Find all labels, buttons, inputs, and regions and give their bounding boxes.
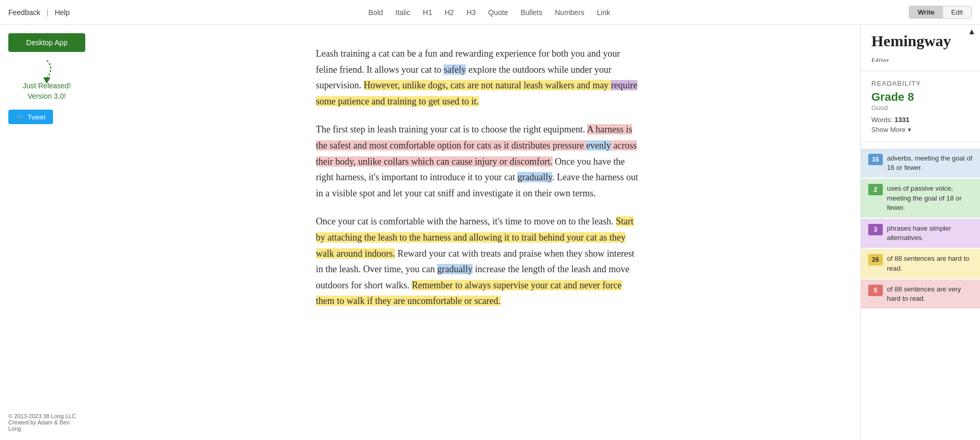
- write-button[interactable]: Write: [909, 6, 943, 18]
- tweet-label: Tweet: [28, 113, 46, 121]
- words-label: Words:: [871, 116, 893, 124]
- just-released-label: Just Released!Version 3.0!: [8, 60, 85, 101]
- toolbar-center: Bold Italic H1 H2 H3 Quote Bullets Numbe…: [369, 8, 610, 17]
- right-sidebar: ▲ Hemingway Editor Readability Grade 8 G…: [860, 25, 980, 440]
- stat-card-0: 16adverbs, meeting the goal of 16 or few…: [861, 149, 980, 178]
- stat-badge-4: 5: [868, 285, 883, 296]
- show-more-label: Show More: [871, 126, 906, 134]
- tweet-container: 🐦 Tweet: [8, 110, 85, 124]
- stat-text-1: uses of passive voice, meeting the goal …: [887, 184, 973, 212]
- write-edit-toggle: Write Edit: [909, 6, 972, 19]
- words-number: 1331: [895, 116, 910, 124]
- grade-desc: Good: [871, 104, 970, 112]
- toolbar-right: Write Edit: [909, 6, 972, 19]
- stat-text-0: adverbs, meeting the goal of 16 or fewer…: [887, 154, 973, 172]
- paragraph-2: The first step in leash training your ca…: [316, 122, 638, 201]
- stat-badge-0: 16: [868, 154, 883, 165]
- toolbar-divider: |: [46, 8, 48, 17]
- logo-title: Hemingway Editor: [871, 33, 970, 64]
- highlight-sentence-hard-1: However, unlike dogs, cats are not natur…: [316, 80, 638, 106]
- highlight-adverb-gradually-2: gradually: [437, 264, 473, 274]
- stat-badge-3: 26: [868, 254, 883, 265]
- format-bold[interactable]: Bold: [369, 8, 383, 17]
- readability-label: Readability: [871, 79, 970, 87]
- format-h3[interactable]: H3: [466, 8, 476, 17]
- dashed-arrow-icon: [36, 60, 57, 84]
- highlight-adverb-safely: safely: [443, 64, 466, 75]
- stat-card-2: 3phrases have simpler alternatives.: [861, 219, 980, 248]
- just-released-text: Just Released!Version 3.0!: [23, 82, 71, 100]
- words-count: Words: 1331: [871, 116, 970, 124]
- stat-card-4: 5of 88 sentences are very hard to read.: [861, 279, 980, 309]
- svg-marker-0: [43, 77, 50, 84]
- feedback-link[interactable]: Feedback: [8, 8, 40, 17]
- stat-text-2: phrases have simpler alternatives.: [887, 224, 973, 243]
- highlight-sentence-hard-3: Remember to always supervise your cat an…: [316, 280, 622, 306]
- twitter-icon: 🐦: [16, 113, 24, 121]
- stat-badge-1: 2: [868, 184, 883, 195]
- stat-card-3: 26of 88 sentences are hard to read.: [861, 249, 980, 278]
- toolbar-left: Feedback | Help: [8, 8, 70, 17]
- editor-area[interactable]: Leash training a cat can be a fun and re…: [94, 25, 860, 440]
- stat-card-1: 2uses of passive voice, meeting the goal…: [861, 179, 980, 218]
- format-link[interactable]: Link: [597, 8, 610, 17]
- stat-text-4: of 88 sentences are very hard to read.: [887, 285, 973, 303]
- toolbar: Feedback | Help Bold Italic H1 H2 H3 Quo…: [0, 0, 980, 25]
- logo-editor: Editor: [871, 57, 890, 63]
- highlight-sentence-hard-2: Start by attaching the leash to the harn…: [316, 216, 634, 258]
- hemingway-logo: Hemingway Editor: [861, 25, 980, 71]
- format-numbers[interactable]: Numbers: [555, 8, 584, 17]
- main-area: Desktop App Just Released!Version 3.0! 🐦…: [0, 25, 980, 440]
- highlight-adverb-gradually: gradually: [517, 172, 552, 182]
- paragraph-1: Leash training a cat can be a fun and re…: [316, 46, 638, 109]
- created-by-text: Created by Adam & Ben Long.: [8, 419, 70, 432]
- help-link[interactable]: Help: [55, 8, 70, 17]
- scroll-up-icon[interactable]: ▲: [968, 27, 976, 36]
- paragraph-3: Once your cat is comfortable with the ha…: [316, 214, 638, 309]
- left-sidebar: Desktop App Just Released!Version 3.0! 🐦…: [0, 25, 94, 440]
- format-italic[interactable]: Italic: [396, 8, 411, 17]
- footer-text: © 2013-2023 38 Long LLC. Created by Adam…: [8, 413, 85, 432]
- editor-content: Leash training a cat can be a fun and re…: [316, 46, 638, 309]
- format-h1[interactable]: H1: [423, 8, 432, 17]
- stat-badge-2: 3: [868, 224, 883, 235]
- logo-hemingway: Hemingway: [871, 32, 951, 49]
- tweet-button[interactable]: 🐦 Tweet: [8, 110, 53, 124]
- highlight-sentence-very-hard: A harness is the safest and most comfort…: [316, 124, 637, 166]
- format-quote[interactable]: Quote: [488, 8, 508, 17]
- desktop-app-button[interactable]: Desktop App: [8, 33, 85, 52]
- highlight-simpler-require: require: [611, 80, 637, 90]
- format-h2[interactable]: H2: [445, 8, 454, 17]
- chevron-down-icon: ▾: [908, 126, 911, 134]
- readability-section: Readability Grade 8 Good Words: 1331 Sho…: [861, 71, 980, 142]
- edit-button[interactable]: Edit: [943, 6, 971, 18]
- stats-section: 16adverbs, meeting the goal of 16 or few…: [861, 142, 980, 316]
- stat-text-3: of 88 sentences are hard to read.: [887, 254, 973, 273]
- show-more-button[interactable]: Show More ▾: [871, 126, 970, 134]
- highlight-adverb-evenly: evenly: [586, 140, 611, 151]
- grade-value: Grade 8: [871, 90, 970, 104]
- copyright-text: © 2013-2023 38 Long LLC.: [8, 413, 77, 419]
- format-bullets[interactable]: Bullets: [520, 8, 542, 17]
